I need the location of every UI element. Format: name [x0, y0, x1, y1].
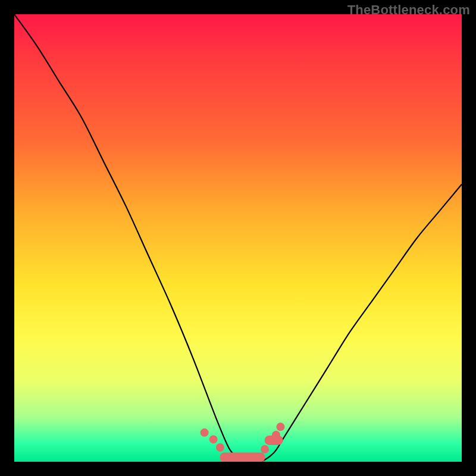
watermark-text: TheBottleneck.com: [347, 2, 470, 18]
marker-dot: [209, 435, 218, 443]
marker-dot: [276, 422, 284, 431]
chart-plot-area: [14, 14, 462, 462]
bottleneck-curve-svg: [14, 14, 462, 462]
marker-dot: [201, 428, 209, 437]
marker-capsule: [265, 436, 283, 445]
marker-capsule: [220, 452, 265, 462]
marker-dot: [261, 445, 269, 453]
marker-dot: [216, 443, 224, 452]
bottleneck-markers: [201, 422, 285, 462]
bottleneck-curve-path: [14, 14, 462, 462]
